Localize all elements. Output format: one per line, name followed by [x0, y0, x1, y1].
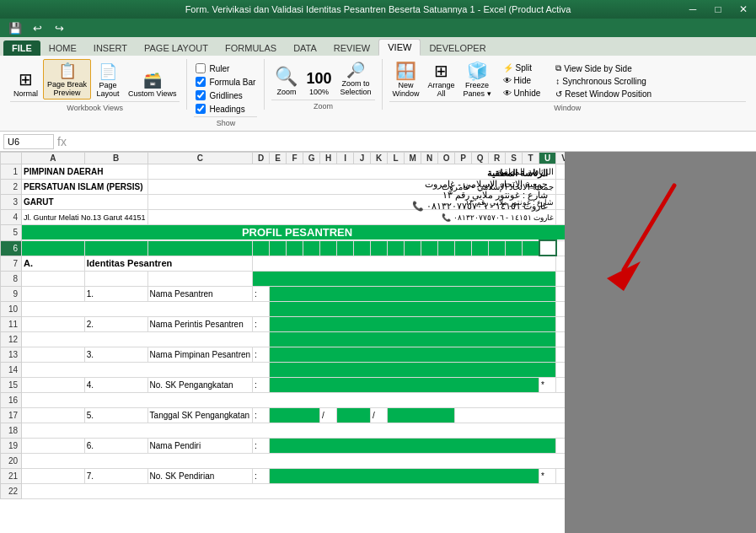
cell-d8[interactable] [253, 271, 556, 286]
cell-v8[interactable] [556, 271, 565, 286]
col-s[interactable]: S [506, 153, 523, 164]
col-m[interactable]: M [405, 153, 421, 164]
tab-review[interactable]: REVIEW [325, 40, 378, 56]
cell-c21[interactable]: No. SK Pendirian [147, 468, 253, 483]
formula-bar-check-input[interactable] [196, 77, 206, 87]
cell-d2[interactable]: جمعية الاتحاد الإسلامي - غامروت [147, 180, 556, 195]
cell-v9[interactable] [556, 286, 565, 301]
col-p[interactable]: P [455, 153, 472, 164]
col-u[interactable]: U [539, 153, 556, 164]
page-break-preview-button[interactable]: 📋 Page BreakPreview [43, 59, 91, 100]
cell-e21[interactable] [270, 468, 539, 483]
cell-e17[interactable] [270, 407, 320, 423]
cell-v15[interactable] [556, 377, 565, 392]
cell-h6[interactable] [320, 240, 337, 256]
tab-home[interactable]: HOME [40, 40, 85, 56]
cell-v10[interactable] [556, 301, 565, 316]
cell-c8[interactable] [147, 271, 253, 286]
split-button[interactable]: ⚡ Split [500, 62, 544, 73]
cell-a2[interactable]: PERSATUAN ISLAM (PERSIS) [22, 180, 148, 195]
cell-h17[interactable]: / [320, 407, 337, 423]
cell-e19[interactable] [270, 438, 556, 453]
cell-e11[interactable] [270, 316, 556, 331]
cell-g6[interactable] [303, 240, 320, 256]
col-n[interactable]: N [421, 153, 438, 164]
cell-s6[interactable] [506, 240, 523, 256]
cell-a1[interactable]: PIMPINAN DAERAH [22, 164, 148, 180]
close-button[interactable]: ✕ [731, 0, 756, 19]
cell-l17[interactable] [388, 407, 455, 423]
redo-qat-button[interactable]: ↪ [51, 19, 67, 36]
minimize-button[interactable]: ─ [680, 0, 705, 19]
zoom-selection-button[interactable]: 🔎 Zoom toSelection [336, 59, 374, 98]
cell-a7[interactable]: A. [22, 256, 85, 271]
col-i[interactable]: I [337, 153, 354, 164]
cell-b8[interactable] [84, 271, 147, 286]
page-layout-button[interactable]: 📄 PageLayout [93, 61, 123, 100]
cell-k6[interactable] [371, 240, 388, 256]
cell-n6[interactable] [421, 240, 438, 256]
freeze-panes-button[interactable]: 🧊 FreezePanes ▾ [460, 59, 495, 100]
formula-input[interactable] [70, 137, 753, 147]
cell-e13[interactable] [270, 347, 556, 362]
cell-b17[interactable]: 5. [84, 407, 147, 423]
cell-a5[interactable]: PROFIL PESANTREN [22, 225, 566, 241]
save-qat-button[interactable]: 💾 [7, 19, 24, 36]
cell-f6[interactable] [287, 240, 303, 256]
tab-view[interactable]: VIEW [378, 39, 421, 56]
reset-window-button[interactable]: ↺ Reset Window Position [552, 89, 655, 100]
cell-d3[interactable]: شارع : غونتور ملايي رقم ١٣ [147, 195, 556, 210]
cell-a14[interactable] [22, 362, 270, 377]
cell-u6[interactable] [539, 240, 556, 256]
sync-scrolling-button[interactable]: ↕ Synchronous Scrolling [552, 76, 655, 87]
headings-checkbox[interactable]: Headings [194, 103, 257, 115]
cell-c19[interactable]: Nama Pendiri [147, 438, 253, 453]
hide-button[interactable]: 👁 Hide [500, 75, 544, 86]
gridlines-check-input[interactable] [196, 90, 206, 100]
cell-d6[interactable] [253, 240, 270, 256]
cell-a22[interactable] [22, 483, 566, 498]
arrange-all-button[interactable]: ⊞ ArrangeAll [425, 59, 458, 100]
cell-a4[interactable]: Jl. Guntur Melati No.13 Garut 44151 [22, 210, 148, 225]
cell-a13[interactable] [22, 347, 85, 362]
cell-k17[interactable]: / [371, 407, 388, 423]
cell-e10[interactable] [270, 301, 556, 316]
cell-p6[interactable] [455, 240, 472, 256]
col-d[interactable]: D [253, 153, 270, 164]
view-side-by-side-button[interactable]: ⧉ View Side by Side [552, 62, 655, 74]
cell-p17[interactable] [455, 407, 565, 423]
ruler-check-input[interactable] [196, 63, 206, 73]
cell-a12[interactable] [22, 331, 270, 347]
cell-e12[interactable] [270, 331, 556, 347]
cell-b15[interactable]: 4. [84, 377, 147, 392]
cell-c15[interactable]: No. SK Pengangkatan [147, 377, 253, 392]
cell-v13[interactable] [556, 347, 565, 362]
cell-a21[interactable] [22, 468, 85, 483]
col-o[interactable]: O [438, 153, 455, 164]
cell-d9[interactable]: : [253, 286, 270, 301]
cell-v14[interactable] [556, 362, 565, 377]
cell-d13[interactable]: : [253, 347, 270, 362]
col-e[interactable]: E [270, 153, 287, 164]
col-t[interactable]: T [523, 153, 539, 164]
cell-d4[interactable]: غاروت ١٤١٥١ - ٠٨١٣٢٠٧٧٥٧٠٦ 📞 [147, 210, 556, 225]
cell-l6[interactable] [388, 240, 405, 256]
cell-v2[interactable] [556, 180, 565, 195]
ruler-checkbox[interactable]: Ruler [194, 62, 257, 74]
tab-developer[interactable]: DEVELOPER [421, 40, 494, 56]
headings-check-input[interactable] [196, 104, 206, 114]
col-c[interactable]: C [147, 153, 253, 164]
cell-r6[interactable] [489, 240, 506, 256]
cell-a15[interactable] [22, 377, 85, 392]
cell-v19[interactable] [556, 438, 565, 453]
cell-a16[interactable] [22, 392, 566, 407]
cell-i6[interactable] [337, 240, 354, 256]
cell-v4[interactable] [556, 210, 565, 225]
cell-u21[interactable]: * [539, 468, 556, 483]
tab-formulas[interactable]: FORMULAS [217, 40, 285, 56]
cell-d19[interactable]: : [253, 438, 270, 453]
cell-o6[interactable] [438, 240, 455, 256]
cell-b11[interactable]: 2. [84, 316, 147, 331]
col-j[interactable]: J [354, 153, 371, 164]
cell-a10[interactable] [22, 301, 270, 316]
